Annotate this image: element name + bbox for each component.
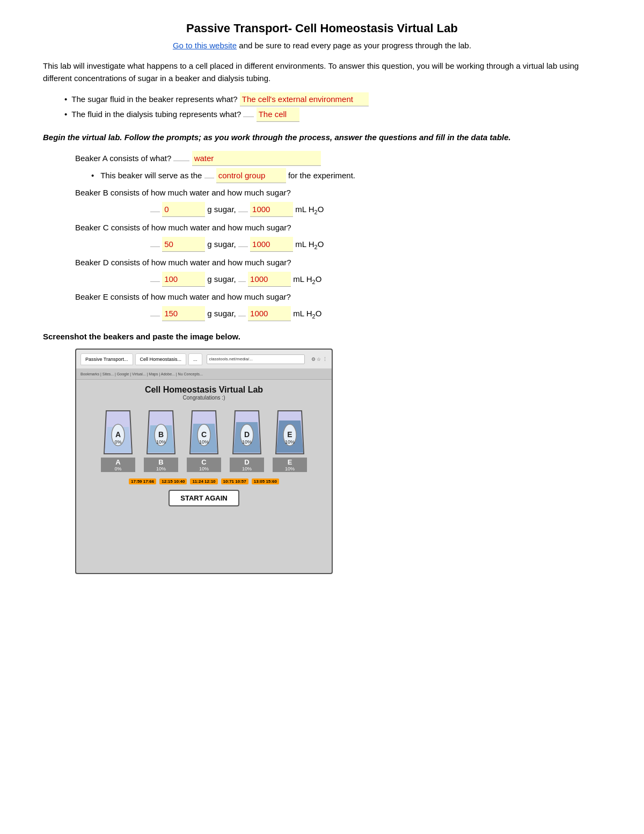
bookmarks-bar: Bookmarks | Sites... | Google | Virtual.… <box>76 369 332 380</box>
beakerD-values: 100 g sugar, 1000 mL H2O <box>150 272 601 288</box>
beaker-value-C: 11:24 12:10 <box>190 478 217 484</box>
beakerE-header: Beaker E consists of how much water and … <box>75 289 601 304</box>
subtitle: Go to this website and be sure to read e… <box>43 41 601 50</box>
beaker-label-D: D10% <box>230 458 264 472</box>
intro-paragraph: This lab will investigate what happens t… <box>43 60 601 85</box>
beaker-visual-item-A: A0%A0% <box>99 408 137 472</box>
svg-text:10%: 10% <box>156 439 166 445</box>
beakerA-control-line: • This beaker will serve as the control … <box>91 168 601 183</box>
bullet-list: • The sugar fluid in the beaker represen… <box>64 92 601 122</box>
beaker-visual-item-C: C10%C10% <box>185 408 223 472</box>
beaker-svg-A: A0% <box>101 408 135 456</box>
svg-text:10%: 10% <box>242 439 252 445</box>
browser-tab-3: ... <box>188 353 202 365</box>
bullet-item-2: • The fluid in the dialysis tubing repre… <box>64 107 601 122</box>
beaker-svg-C: C10% <box>187 408 221 456</box>
beaker-svg-B: B10% <box>144 408 178 456</box>
browser-tab-2: Cell Homeostasis... <box>135 353 187 365</box>
lab-h2: Cell Homeostasis Virtual Lab <box>145 385 263 395</box>
beakerE-sugar: 150 <box>162 306 205 321</box>
svg-text:A: A <box>115 430 121 439</box>
beakerE-values: 150 g sugar, 1000 mL H2O <box>150 306 601 322</box>
beaker-svg-E: E10% <box>273 408 307 456</box>
beaker-label-E: E10% <box>273 458 307 472</box>
browser-url-bar: classtools.net/media/... <box>207 354 305 364</box>
bookmarks-text: Bookmarks | Sites... | Google | Virtual.… <box>80 372 203 376</box>
beakers-values-row: 17:59 17:6612:15 10:4011:24 12:1010:71 1… <box>129 478 279 484</box>
bullet1-answer: The cell's external environment <box>240 92 369 107</box>
beakerC-water: 1000 <box>250 237 293 252</box>
bullet1-text: The sugar fluid in the beaker represents… <box>71 92 369 107</box>
beaker-visual-item-E: E10%E10% <box>270 408 309 472</box>
lab-content-title: Cell Homeostasis Virtual Lab Congratulat… <box>145 385 263 401</box>
page-title: Passive Transport- Cell Homeostasis Virt… <box>43 21 601 35</box>
svg-text:E: E <box>287 430 292 439</box>
instructions-bold: Begin the virtual lab. Follow the prompt… <box>43 132 601 144</box>
beakerC-header: Beaker C consists of how much water and … <box>75 220 601 235</box>
beakers-visual-row: A0%A0%B10%B10%C10%C10%D10%D10%E10%E10% <box>99 408 309 472</box>
beakerD-header: Beaker D consists of how much water and … <box>75 255 601 270</box>
svg-text:10%: 10% <box>199 439 209 445</box>
bullet-item-1: • The sugar fluid in the beaker represen… <box>64 92 601 107</box>
beakerC-values: 50 g sugar, 1000 mL H2O <box>150 237 601 253</box>
beaker-value-B: 12:15 10:40 <box>159 478 187 484</box>
beaker-label-C: C10% <box>187 458 221 472</box>
beakerD-water: 1000 <box>248 272 291 287</box>
beaker-value-D: 10:71 10:57 <box>221 478 248 484</box>
beaker-label-B: B10% <box>144 458 178 472</box>
browser-tab-1: Passive Transport... <box>80 353 133 365</box>
beakerB-sugar: 0 <box>162 202 205 217</box>
beaker-value-A: 17:59 17:66 <box>129 478 156 484</box>
beaker-questions: Beaker A consists of what? water • This … <box>75 151 601 322</box>
svg-text:10%: 10% <box>285 439 295 445</box>
beaker-visual-item-B: B10%B10% <box>142 408 180 472</box>
beakerC-sugar: 50 <box>162 237 205 252</box>
svg-text:0%: 0% <box>114 439 121 445</box>
bullet2-text: The fluid in the dialysis tubing represe… <box>71 107 299 122</box>
screenshot-heading: Screenshot the beakers and paste the ima… <box>43 332 601 341</box>
beaker-value-E: 13:05 15:60 <box>252 478 279 484</box>
beakerB-header: Beaker B consists of how much water and … <box>75 185 601 200</box>
bullet-dot-2: • <box>64 107 67 121</box>
beakerB-values: 0 g sugar, 1000 mL H2O <box>150 202 601 218</box>
browser-bar: Passive Transport... Cell Homeostasis...… <box>76 350 332 369</box>
beakerA-answer: water <box>192 151 321 166</box>
beakerA-control-answer: control group <box>216 168 286 183</box>
start-again-button[interactable]: START AGAIN <box>169 490 239 506</box>
browser-content: Cell Homeostasis Virtual Lab Congratulat… <box>76 380 332 573</box>
beakerA-line: Beaker A consists of what? water <box>75 151 601 166</box>
svg-text:D: D <box>244 430 250 439</box>
beaker-visual-item-D: D10%D10% <box>228 408 266 472</box>
lab-screenshot-image: Passive Transport... Cell Homeostasis...… <box>75 349 333 574</box>
subtitle-text: and be sure to read every page as your p… <box>239 41 471 50</box>
beakerE-water: 1000 <box>248 306 291 321</box>
svg-text:B: B <box>158 430 164 439</box>
svg-text:C: C <box>201 430 207 439</box>
bullet-dot-1: • <box>64 92 67 106</box>
website-link[interactable]: Go to this website <box>173 41 237 50</box>
lab-congrats: Congratulations :) <box>145 395 263 401</box>
browser-controls: ⚙ ☆ ⋮ <box>311 357 327 362</box>
beakerD-sugar: 100 <box>162 272 205 287</box>
beakerB-water: 1000 <box>250 202 293 217</box>
beaker-svg-D: D10% <box>230 408 264 456</box>
bullet2-answer: The cell <box>257 107 299 122</box>
beaker-label-A: A0% <box>101 458 135 472</box>
